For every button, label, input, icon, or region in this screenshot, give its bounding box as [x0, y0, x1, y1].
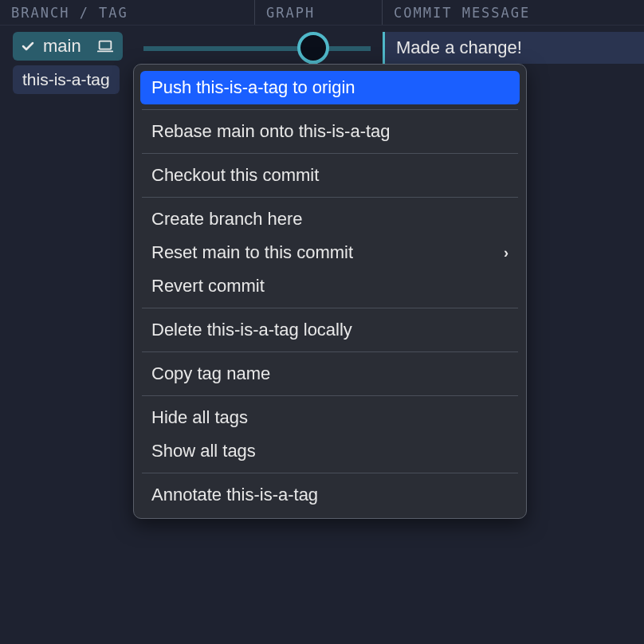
svg-rect-0 [99, 41, 111, 49]
menu-separator [142, 395, 518, 396]
menu-item-label: Rebase main onto this-is-a-tag [151, 121, 391, 142]
commit-message-text: Made a change! [396, 37, 522, 58]
table-header: BRANCH / TAG GRAPH COMMIT MESSAGE [0, 0, 644, 26]
menu-item[interactable]: Copy tag name [140, 357, 520, 391]
commit-node[interactable] [297, 32, 329, 64]
header-branch-tag[interactable]: BRANCH / TAG [0, 0, 255, 25]
menu-item[interactable]: Revert commit [140, 269, 520, 303]
header-graph[interactable]: GRAPH [255, 0, 383, 25]
menu-item-label: Checkout this commit [151, 165, 319, 186]
menu-item-label: Reset main to this commit [151, 242, 353, 263]
menu-item[interactable]: Annotate this-is-a-tag [140, 478, 520, 512]
graph-line [143, 46, 371, 51]
menu-item[interactable]: Delete this-is-a-tag locally [140, 313, 520, 347]
branch-name: main [43, 36, 81, 57]
menu-separator [142, 308, 518, 308]
branch-badge[interactable]: main [13, 32, 123, 61]
menu-item[interactable]: Reset main to this commit› [140, 236, 520, 269]
laptop-icon [96, 37, 115, 56]
header-label: GRAPH [266, 5, 315, 21]
header-label: COMMIT MESSAGE [394, 5, 530, 21]
menu-item-label: Revert commit [151, 276, 265, 296]
menu-item[interactable]: Hide all tags [140, 401, 520, 434]
commit-message-cell[interactable]: Made a change! [385, 32, 644, 64]
tag-name: this-is-a-tag [22, 70, 110, 89]
tag-badge[interactable]: this-is-a-tag [13, 65, 120, 94]
menu-separator [142, 473, 518, 473]
context-menu: Push this-is-a-tag to originRebase main … [133, 64, 527, 519]
menu-item[interactable]: Show all tags [140, 434, 520, 468]
menu-separator [142, 351, 518, 352]
menu-item-label: Annotate this-is-a-tag [151, 485, 318, 505]
menu-item-label: Hide all tags [151, 407, 248, 428]
header-label: BRANCH / TAG [11, 5, 128, 21]
menu-item[interactable]: Rebase main onto this-is-a-tag [140, 115, 520, 148]
chevron-right-icon: › [504, 245, 509, 261]
menu-separator [142, 197, 518, 198]
menu-item[interactable]: Checkout this commit [140, 159, 520, 192]
menu-item-label: Push this-is-a-tag to origin [151, 77, 355, 98]
menu-item-label: Delete this-is-a-tag locally [151, 320, 352, 340]
check-icon [21, 39, 35, 53]
header-commit-message[interactable]: COMMIT MESSAGE [383, 0, 644, 25]
menu-separator [142, 109, 518, 110]
menu-item[interactable]: Create branch here [140, 202, 520, 236]
menu-item-label: Show all tags [151, 441, 256, 461]
menu-separator [142, 153, 518, 154]
menu-item[interactable]: Push this-is-a-tag to origin [140, 71, 520, 104]
menu-item-label: Create branch here [151, 209, 303, 230]
menu-item-label: Copy tag name [151, 363, 270, 384]
